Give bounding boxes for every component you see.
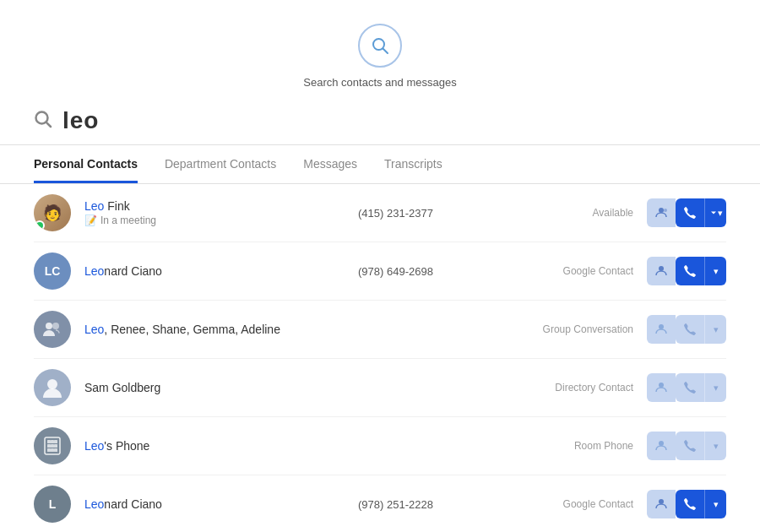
call-dropdown-button[interactable]: ▾ [704, 198, 726, 227]
contact-name: Sam Goldberg [84, 381, 345, 394]
call-dropdown-button[interactable]: ▾ [704, 432, 726, 460]
call-button-group: ▾ [676, 432, 726, 460]
contact-list: 🧑 Leo Fink 📝 In a meeting (415) 231-2377… [0, 184, 760, 532]
svg-rect-21 [54, 448, 57, 452]
phone-number: (978) 251-2228 [358, 498, 493, 511]
table-row: LC Leonard Ciano (978) 649-2698 Google C… [34, 242, 726, 301]
tab-department-contacts[interactable]: Department Contacts [165, 145, 276, 183]
call-button-group: ▾ [676, 490, 726, 518]
svg-line-3 [46, 122, 51, 126]
svg-point-7 [46, 323, 52, 329]
svg-rect-16 [47, 444, 51, 448]
online-indicator [35, 220, 45, 231]
call-button[interactable] [676, 198, 704, 227]
contact-type: Directory Contact [507, 382, 633, 394]
contact-type: Room Phone [507, 440, 633, 452]
contact-type: Google Contact [507, 265, 633, 277]
svg-point-8 [52, 323, 59, 329]
search-input[interactable] [62, 107, 726, 134]
table-row: 🧑 Leo Fink 📝 In a meeting (415) 231-2377… [34, 184, 726, 242]
table-row: L Leonard Ciano (978) 251-2228 Google Co… [34, 475, 726, 532]
contact-name: Leo's Phone [84, 439, 345, 453]
contact-info: Leo Fink 📝 In a meeting [84, 199, 345, 226]
svg-point-9 [659, 324, 664, 329]
action-buttons: ▾ [647, 257, 726, 285]
svg-rect-14 [51, 440, 54, 443]
contact-info: Leo, Renee, Shane, Gemma, Adeline [84, 323, 345, 336]
svg-point-10 [47, 379, 57, 389]
action-buttons: ▾ [647, 490, 726, 518]
search-hint-text: Search contacts and messages [303, 76, 456, 89]
contact-name: Leo Fink [84, 199, 345, 213]
svg-point-11 [659, 383, 664, 388]
call-button-group: ▾ [676, 257, 726, 285]
svg-rect-18 [54, 444, 57, 448]
table-row: Leo, Renee, Shane, Gemma, Adeline Group … [34, 301, 726, 359]
phone-number: (415) 231-2377 [358, 207, 493, 220]
table-row: Sam Goldberg Directory Contact ▾ [34, 359, 726, 417]
call-button[interactable] [676, 490, 704, 518]
phone-number: (978) 649-2698 [358, 265, 493, 278]
avatar [34, 369, 71, 406]
avatar [34, 427, 71, 464]
contact-info: Leonard Ciano [84, 497, 345, 511]
svg-rect-13 [47, 440, 51, 443]
action-buttons: ▾ [647, 198, 726, 227]
tab-messages[interactable]: Messages [303, 145, 357, 183]
search-bar-icon [34, 110, 52, 133]
call-button-group: ▾ [676, 315, 726, 344]
action-buttons: ▾ [647, 315, 726, 344]
contact-type: Google Contact [507, 498, 633, 510]
call-dropdown-button[interactable]: ▾ [704, 315, 726, 344]
tab-personal-contacts[interactable]: Personal Contacts [34, 145, 138, 183]
avatar [34, 311, 71, 348]
svg-point-23 [659, 499, 664, 504]
svg-point-5 [664, 209, 667, 212]
table-row: Leo's Phone Room Phone ▾ [34, 417, 726, 475]
call-button[interactable] [676, 373, 704, 402]
call-button[interactable] [676, 432, 704, 460]
contact-info: Leonard Ciano [84, 264, 345, 278]
avatar: LC [34, 252, 71, 290]
action-buttons: ▾ [647, 432, 726, 460]
svg-rect-17 [51, 444, 54, 448]
call-dropdown-button[interactable]: ▾ [704, 373, 726, 402]
svg-rect-15 [54, 440, 57, 443]
contact-detail-button[interactable] [647, 315, 676, 344]
contact-info: Leo's Phone [84, 439, 345, 453]
contact-type: Group Conversation [507, 323, 633, 335]
action-buttons: ▾ [647, 373, 726, 402]
contact-info: Sam Goldberg [84, 381, 345, 394]
contact-type: Available [507, 207, 633, 219]
contact-name: Leo, Renee, Shane, Gemma, Adeline [84, 323, 345, 336]
contact-detail-button[interactable] [647, 490, 676, 518]
contact-name: Leonard Ciano [84, 264, 345, 278]
svg-point-6 [659, 266, 664, 271]
contact-detail-button[interactable] [647, 198, 676, 227]
search-hint-icon [358, 24, 402, 68]
contact-detail-button[interactable] [647, 373, 676, 402]
avatar: L [34, 486, 71, 523]
call-button-group: ▾ [676, 373, 726, 402]
svg-line-1 [383, 49, 388, 54]
search-bar [0, 97, 760, 145]
call-button-group: ▾ [676, 198, 726, 227]
tabs-bar: Personal Contacts Department Contacts Me… [0, 145, 760, 184]
contact-status: 📝 In a meeting [84, 214, 345, 226]
call-dropdown-button[interactable]: ▾ [704, 257, 726, 285]
svg-point-22 [659, 441, 664, 446]
svg-rect-19 [47, 448, 51, 452]
svg-rect-20 [51, 448, 54, 452]
contact-detail-button[interactable] [647, 432, 676, 460]
contact-detail-button[interactable] [647, 257, 676, 285]
contact-name: Leonard Ciano [84, 497, 345, 511]
svg-point-4 [659, 208, 664, 213]
call-dropdown-button[interactable]: ▾ [704, 490, 726, 518]
avatar: 🧑 [34, 194, 71, 231]
tab-transcripts[interactable]: Transcripts [384, 145, 442, 183]
call-button[interactable] [676, 315, 704, 344]
call-button[interactable] [676, 257, 704, 285]
search-hint-area: Search contacts and messages [0, 0, 760, 97]
